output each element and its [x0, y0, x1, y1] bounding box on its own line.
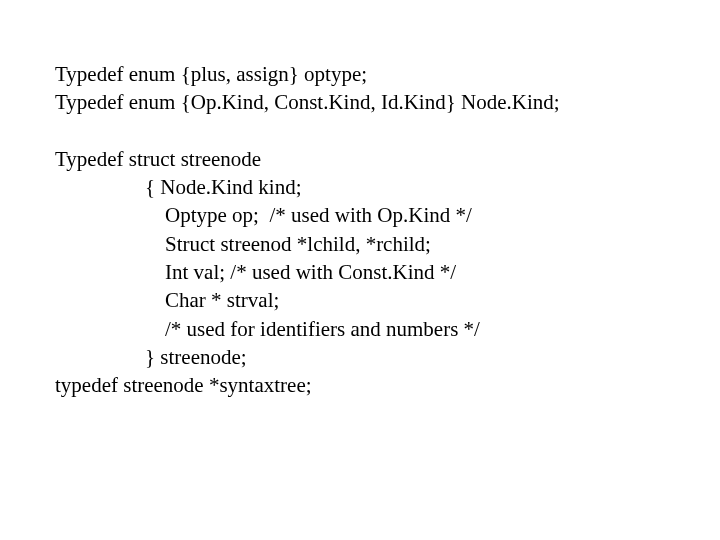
- code-line: Optype op; /* used with Op.Kind */: [55, 201, 665, 229]
- code-line: { Node.Kind kind;: [55, 173, 665, 201]
- code-line: /* used for identifiers and numbers */: [55, 315, 665, 343]
- code-line: Struct streenod *lchild, *rchild;: [55, 230, 665, 258]
- code-line: } streenode;: [55, 343, 665, 371]
- code-line: Int val; /* used with Const.Kind */: [55, 258, 665, 286]
- code-line: Typedef enum {Op.Kind, Const.Kind, Id.Ki…: [55, 88, 665, 116]
- code-block: Typedef enum {plus, assign} optype; Type…: [0, 0, 720, 460]
- code-line: Typedef enum {plus, assign} optype;: [55, 60, 665, 88]
- code-line: Char * strval;: [55, 286, 665, 314]
- code-line: typedef streenode *syntaxtree;: [55, 371, 665, 399]
- code-line: Typedef struct streenode: [55, 145, 665, 173]
